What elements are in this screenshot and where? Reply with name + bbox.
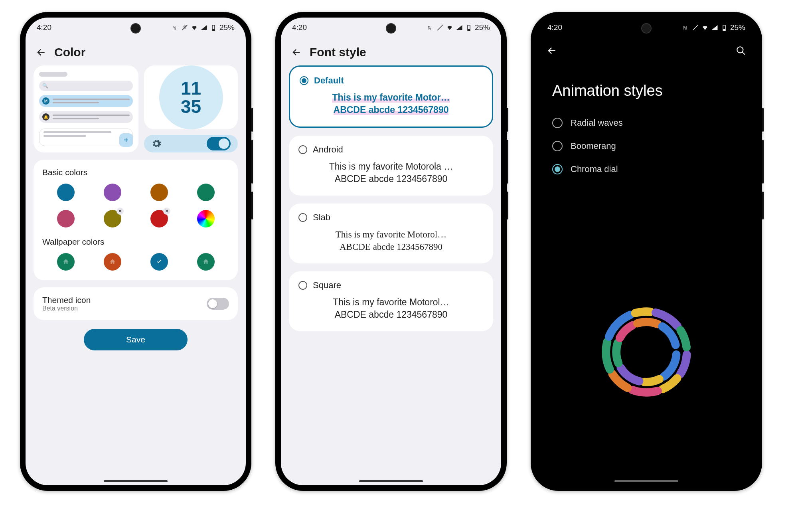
clock-min: 35 [181,97,201,116]
font-name: Slab [313,212,330,223]
theme-toggle[interactable] [207,137,231,150]
animation-option[interactable]: Boomerang [552,134,741,158]
font-option-android[interactable]: Android This is my favorite Motorola … A… [289,136,493,196]
svg-text:ℕ: ℕ [683,25,687,31]
wallpaper-colors-heading: Wallpaper colors [42,237,229,247]
header: Color [26,38,246,65]
color-swatch[interactable] [104,184,121,201]
header [536,38,757,62]
svg-rect-11 [723,29,725,31]
color-swatch[interactable]: ✕ [104,210,121,227]
animation-option[interactable]: Chroma dial [552,158,741,181]
basic-colors-heading: Basic colors [42,168,229,177]
remove-icon[interactable]: ✕ [117,208,124,215]
font-sample-line2: ABCDE abcde 1234567890 [340,242,442,252]
status-bar: 4:20 ℕ 25% [26,18,246,38]
phone-color: 4:20 ℕ 25% Color M 🔔 [20,12,251,491]
animation-label: Chroma dial [571,164,618,174]
color-swatch[interactable] [57,184,75,201]
chroma-dial-preview [595,300,698,405]
battery-icon [465,24,472,31]
signal-icon [711,24,718,31]
home-icon [62,258,69,265]
nfc-icon: ℕ [427,24,434,31]
radio-icon [552,141,563,151]
wifi-icon [446,24,453,31]
battery-pct: 25% [475,23,490,32]
radio-icon [298,281,307,290]
font-sample-line1: This is my favorite Motorol… [336,229,447,239]
svg-text:ℕ: ℕ [427,25,431,31]
signal-icon [200,24,207,31]
clock-time: 4:20 [292,23,307,32]
back-icon[interactable] [36,47,46,57]
font-option-square[interactable]: Square This is my favorite Motorol… ABCD… [289,271,493,331]
save-button[interactable]: Save [84,329,188,350]
remove-icon[interactable]: ✕ [163,208,170,215]
page-title: Color [54,45,85,59]
font-name: Android [313,144,343,155]
nfc-icon: ℕ [682,24,689,31]
quick-settings-preview [144,135,238,152]
status-bar: 4:20 ℕ 25% [281,18,501,38]
radio-icon [552,118,563,128]
preview-clock: 11 35 [144,65,238,129]
wifi-icon [191,24,198,31]
check-icon [156,258,163,265]
nav-handle[interactable] [359,480,423,482]
font-sample-line2: ABCDE abcde 1234567890 [335,174,448,184]
colors-card: Basic colors ✕✕ Wallpaper colors [34,160,238,280]
font-name: Square [313,280,341,291]
preview-notifications: M 🔔 + [34,65,138,152]
wallpaper-swatch[interactable] [104,253,121,271]
back-icon[interactable] [291,47,302,57]
radio-icon [298,145,307,154]
nav-handle[interactable] [104,480,168,482]
font-option-slab[interactable]: Slab This is my favorite Motorol… ABCDE … [289,204,493,263]
battery-icon [721,24,728,31]
font-sample-line1: This is my favorite Motorol… [333,297,449,307]
page-title: Animation styles [552,82,741,99]
mute-icon [437,24,444,31]
themed-icon-toggle[interactable] [207,298,229,310]
color-swatch[interactable] [57,210,75,227]
search-icon[interactable] [736,45,746,56]
mute-icon [181,24,188,31]
radio-icon [298,213,307,222]
home-icon [109,258,116,265]
add-icon[interactable]: + [119,133,133,147]
svg-line-5 [437,25,443,30]
clock-hour: 11 [181,79,201,97]
themed-icon-card: Themed icon Beta version [34,287,238,320]
wallpaper-swatch[interactable] [197,253,215,271]
wallpaper-swatch[interactable] [57,253,75,271]
clock-time: 4:20 [547,23,562,32]
battery-icon [210,24,217,31]
font-option-default[interactable]: Default This is my favorite Motor… ABCDE… [289,65,493,128]
preview-search [39,81,133,91]
svg-line-13 [742,52,745,55]
battery-pct: 25% [219,23,235,32]
svg-text:ℕ: ℕ [172,25,176,31]
page-title: Font style [310,45,366,59]
color-swatch[interactable] [197,184,215,201]
svg-rect-7 [468,29,470,31]
color-swatch[interactable] [150,184,168,201]
animation-option[interactable]: Radial waves [552,111,741,134]
font-sample-line1: This is my favorite Motorola … [329,161,453,172]
font-sample-line2: ABCDE abcde 1234567890 [335,309,448,320]
gear-icon[interactable] [151,138,162,149]
wifi-icon [701,24,709,31]
phone-font: 4:20 ℕ 25% Font style Default This [275,12,507,491]
clock-time: 4:20 [37,23,51,32]
wallpaper-swatch[interactable] [150,253,168,271]
nav-handle[interactable] [614,480,678,482]
radio-icon [552,164,563,174]
themed-icon-title: Themed icon [42,295,91,305]
font-sample-line1: This is my favorite Motor… [332,92,450,103]
color-swatch[interactable] [197,210,215,227]
color-swatch[interactable]: ✕ [150,210,168,227]
battery-pct: 25% [730,23,745,32]
mute-icon [692,24,699,31]
back-icon[interactable] [547,45,557,56]
